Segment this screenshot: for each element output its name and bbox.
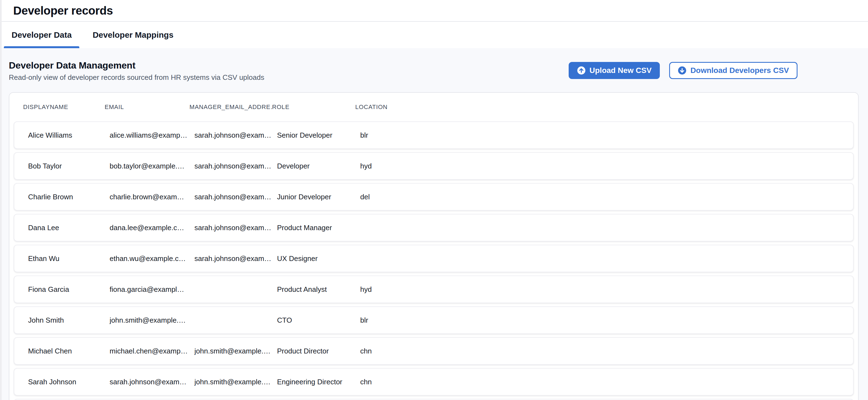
cell-email: fiona.garcia@exampl… xyxy=(110,285,194,294)
table-row: Fiona Garcia fiona.garcia@exampl… Produc… xyxy=(14,276,854,303)
cell-location: blr xyxy=(360,316,839,325)
cell-location: chn xyxy=(360,347,839,356)
table-row: John Smith john.smith@example.… CTO blr xyxy=(14,306,854,334)
cell-role: UX Designer xyxy=(277,254,360,263)
column-header-manager-email: MANAGER_EMAIL_ADDRE… xyxy=(189,103,272,111)
cell-email: ethan.wu@example.c… xyxy=(110,254,194,263)
table-row: Ethan Wu ethan.wu@example.c… sarah.johns… xyxy=(14,245,854,272)
table-rows: Alice Williams alice.williams@examp… sar… xyxy=(9,121,858,400)
cell-role: Developer xyxy=(277,162,360,171)
cell-location: chn xyxy=(360,378,839,386)
cell-manager-email: sarah.johnson@exam… xyxy=(194,131,277,140)
cell-role: Engineering Director xyxy=(277,378,360,386)
cell-displayname: John Smith xyxy=(28,316,110,325)
table-row: Bob Taylor bob.taylor@example.… sarah.jo… xyxy=(14,152,854,180)
circle-arrow-down-icon xyxy=(678,66,686,75)
cell-displayname: Fiona Garcia xyxy=(28,285,110,294)
tab-developer-mappings[interactable]: Developer Mappings xyxy=(85,22,181,48)
cell-displayname: Sarah Johnson xyxy=(28,378,110,386)
cell-role: Product Director xyxy=(277,347,360,356)
cell-location: hyd xyxy=(360,285,839,294)
upload-new-csv-button[interactable]: Upload New CSV xyxy=(569,62,660,79)
cell-email: dana.lee@example.c… xyxy=(110,223,194,232)
cell-email: john.smith@example.… xyxy=(110,316,194,325)
cell-role: Product Analyst xyxy=(277,285,360,294)
tab-bar: Developer Data Developer Mappings xyxy=(0,22,868,48)
cell-displayname: Dana Lee xyxy=(28,223,110,232)
cell-manager-email: sarah.johnson@exam… xyxy=(194,193,277,201)
cell-manager-email: sarah.johnson@exam… xyxy=(194,162,277,171)
page-title: Developer records xyxy=(13,4,113,17)
cell-role: Junior Developer xyxy=(277,193,360,201)
left-edge-strip xyxy=(0,0,2,400)
upload-button-label: Upload New CSV xyxy=(590,66,652,75)
cell-displayname: Charlie Brown xyxy=(28,193,110,201)
tab-developer-mappings-label: Developer Mappings xyxy=(93,30,173,40)
cell-displayname: Michael Chen xyxy=(28,347,110,356)
cell-manager-email: john.smith@example.… xyxy=(194,347,277,356)
download-button-label: Download Developers CSV xyxy=(690,66,789,75)
cell-manager-email: sarah.johnson@exam… xyxy=(194,254,277,263)
column-header-email: EMAIL xyxy=(105,103,189,111)
tab-developer-data-label: Developer Data xyxy=(11,30,71,40)
table-header-row: DISPLAYNAME EMAIL MANAGER_EMAIL_ADDRE… R… xyxy=(9,93,858,121)
table-row: Michael Chen michael.chen@examp… john.sm… xyxy=(14,337,854,365)
cell-location: blr xyxy=(360,131,839,140)
title-bar: Developer records xyxy=(0,0,868,22)
section-header: Developer Data Management Read-only view… xyxy=(0,48,868,92)
cell-email: sarah.johnson@exam… xyxy=(110,378,194,386)
table-row-partial xyxy=(14,399,854,400)
cell-displayname: Bob Taylor xyxy=(28,162,110,171)
active-tab-underline xyxy=(4,46,79,48)
download-developers-csv-button[interactable]: Download Developers CSV xyxy=(669,62,798,79)
table-row: Charlie Brown charlie.brown@exam… sarah.… xyxy=(14,183,854,211)
cell-email: charlie.brown@exam… xyxy=(110,193,194,201)
cell-displayname: Alice Williams xyxy=(28,131,110,140)
developer-records-page: Developer records Developer Data Develop… xyxy=(0,0,868,400)
tab-developer-data[interactable]: Developer Data xyxy=(4,22,79,48)
cell-email: alice.williams@examp… xyxy=(110,131,194,140)
table-row: Alice Williams alice.williams@examp… sar… xyxy=(14,121,854,149)
cell-manager-email: sarah.johnson@exam… xyxy=(194,223,277,232)
cell-email: bob.taylor@example.… xyxy=(110,162,194,171)
cell-role: CTO xyxy=(277,316,360,325)
table-row: Sarah Johnson sarah.johnson@exam… john.s… xyxy=(14,368,854,396)
tab-content: Developer Data Management Read-only view… xyxy=(0,48,868,400)
table-row: Dana Lee dana.lee@example.c… sarah.johns… xyxy=(14,214,854,241)
column-header-displayname: DISPLAYNAME xyxy=(23,103,105,111)
cell-location: del xyxy=(360,193,839,201)
developer-table: DISPLAYNAME EMAIL MANAGER_EMAIL_ADDRE… R… xyxy=(9,92,859,400)
column-header-location: LOCATION xyxy=(355,103,844,111)
csv-actions: Upload New CSV Download Developers CSV xyxy=(569,62,798,79)
cell-location: hyd xyxy=(360,162,839,171)
cell-email: michael.chen@examp… xyxy=(110,347,194,356)
circle-arrow-up-icon xyxy=(577,66,586,75)
cell-manager-email: john.smith@example.… xyxy=(194,378,277,386)
cell-role: Product Manager xyxy=(277,223,360,232)
cell-role: Senior Developer xyxy=(277,131,360,140)
column-header-role: ROLE xyxy=(272,103,355,111)
cell-displayname: Ethan Wu xyxy=(28,254,110,263)
